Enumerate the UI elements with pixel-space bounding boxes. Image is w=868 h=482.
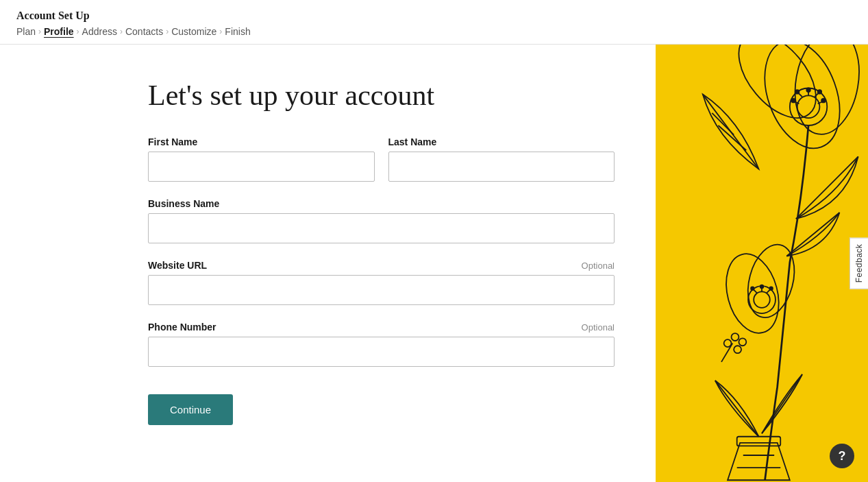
first-name-label: First Name [148,136,197,147]
breadcrumb-address[interactable]: Address [82,26,117,37]
svg-point-28 [751,287,754,290]
business-name-label-row: Business Name [148,198,615,209]
svg-point-19 [718,248,787,339]
last-name-label-row: Last Name [388,136,615,147]
name-row: First Name Last Name [148,136,615,182]
svg-point-36 [732,333,739,341]
business-name-label: Business Name [148,198,219,209]
help-icon: ? [839,449,846,463]
breadcrumb-finish[interactable]: Finish [225,26,250,37]
feedback-button[interactable]: Feedback [850,238,868,289]
svg-point-38 [734,346,741,353]
phone-number-group: Phone Number Optional [148,322,615,367]
phone-number-label: Phone Number [148,322,216,333]
svg-point-35 [724,339,732,347]
website-url-optional: Optional [582,261,615,271]
breadcrumb-profile[interactable]: Profile [44,26,74,37]
svg-point-14 [792,99,795,102]
svg-point-2 [724,45,831,132]
website-url-row: Website URL Optional [148,260,615,305]
breadcrumb: Plan › Profile › Address › Contacts › Cu… [16,26,852,44]
svg-line-25 [767,290,770,293]
breadcrumb-sep-2: › [77,27,79,36]
first-name-group: First Name [148,136,375,182]
first-name-input[interactable] [148,152,375,182]
feedback-sidebar: Feedback [850,238,868,289]
feedback-label: Feedback [854,244,864,283]
breadcrumb-sep-5: › [219,27,222,36]
page-heading: Let's set up your account [148,79,615,112]
svg-line-32 [715,381,759,437]
svg-point-10 [795,90,799,93]
breadcrumb-sep-4: › [166,27,169,36]
svg-point-22 [754,291,770,308]
svg-point-37 [739,338,746,346]
website-url-label-row: Website URL Optional [148,260,615,271]
breadcrumb-customize[interactable]: Customize [171,26,216,37]
business-name-row: Business Name [148,198,615,243]
last-name-group: Last Name [388,136,615,182]
svg-point-12 [821,99,825,102]
website-url-input[interactable] [148,275,615,305]
phone-number-row: Phone Number Optional [148,322,615,367]
app-title: Account Set Up [16,10,852,22]
website-url-label: Website URL [148,260,207,271]
phone-number-label-row: Phone Number Optional [148,322,615,333]
header: Account Set Up Plan › Profile › Address … [0,0,868,45]
breadcrumb-contacts[interactable]: Contacts [125,26,163,37]
svg-line-9 [799,93,802,97]
right-panel: Feedback [656,45,868,482]
svg-line-33 [762,374,802,433]
last-name-input[interactable] [388,152,615,182]
svg-point-26 [769,287,773,290]
svg-point-8 [818,90,821,93]
breadcrumb-sep-1: › [38,27,41,36]
continue-button[interactable]: Continue [148,394,233,425]
phone-number-optional: Optional [582,322,615,333]
business-name-input[interactable] [148,213,615,243]
website-url-group: Website URL Optional [148,260,615,305]
form-area: Let's set up your account First Name Las… [0,45,656,482]
phone-number-input[interactable] [148,337,615,367]
svg-line-39 [721,344,732,362]
breadcrumb-sep-3: › [120,27,123,36]
svg-point-6 [806,88,810,92]
breadcrumb-plan[interactable]: Plan [16,26,36,37]
last-name-label: Last Name [388,136,437,147]
svg-point-24 [760,285,764,289]
main-layout: Let's set up your account First Name Las… [0,45,868,482]
svg-line-27 [754,290,757,293]
first-name-label-row: First Name [148,136,375,147]
svg-rect-29 [737,437,781,446]
floral-illustration [656,45,868,482]
help-button[interactable]: ? [830,444,854,468]
business-name-group: Business Name [148,198,615,243]
